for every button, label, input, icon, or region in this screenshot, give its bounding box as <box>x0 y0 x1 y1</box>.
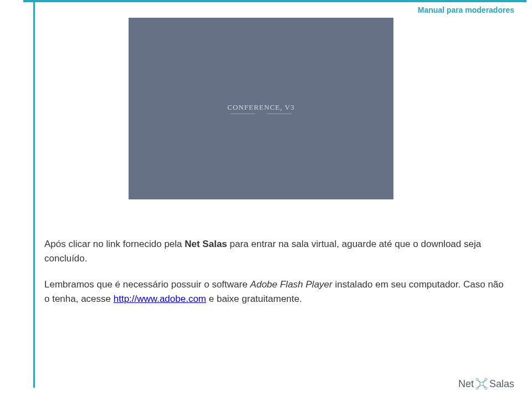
adobe-link[interactable]: http://www.adobe.com <box>114 294 206 304</box>
p1-prefix: Após clicar no link fornecido pela <box>44 239 185 249</box>
p1-bold: Net Salas <box>185 239 227 249</box>
p2-italic: Adobe Flash Player <box>250 279 332 290</box>
netsalas-logo: Net Salas <box>458 378 514 390</box>
svg-point-2 <box>485 378 487 381</box>
conference-label-block: CONFERENCE, V3 <box>227 103 294 114</box>
logo-left: Net <box>458 378 474 390</box>
svg-point-3 <box>476 387 478 389</box>
svg-point-1 <box>476 378 478 381</box>
p2-prefix: Lembramos que é necessário possuir o sof… <box>44 279 250 290</box>
header-title: Manual para moderadores <box>418 6 514 14</box>
conference-underline <box>227 114 294 114</box>
svg-point-4 <box>485 387 487 389</box>
p2-suffix: e baixe gratuitamente. <box>206 294 302 304</box>
logo-mark-icon <box>475 378 488 390</box>
side-rule <box>33 0 35 388</box>
paragraph-1: Após clicar no link fornecido pela Net S… <box>44 237 505 265</box>
header-rule <box>23 0 526 2</box>
conference-screenshot: CONFERENCE, V3 <box>129 18 393 199</box>
paragraph-2: Lembramos que é necessário possuir o sof… <box>44 277 505 306</box>
logo-right: Salas <box>489 378 514 390</box>
svg-point-0 <box>480 382 483 385</box>
conference-label: CONFERENCE, V3 <box>227 103 294 112</box>
body-text: Após clicar no link fornecido pela Net S… <box>44 237 505 318</box>
